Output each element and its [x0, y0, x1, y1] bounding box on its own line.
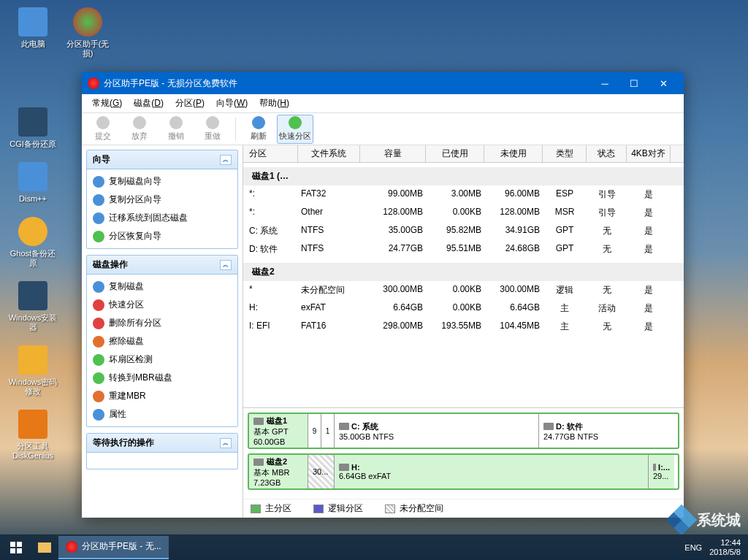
collapse-icon[interactable]: ︽ [220, 155, 232, 165]
disk-header[interactable]: 磁盘2 [243, 263, 684, 281]
col-header-2[interactable]: 容量 [360, 145, 426, 162]
panel-item-复制磁盘向导[interactable]: 复制磁盘向导 [88, 172, 236, 191]
disk-map-partition[interactable]: I:...29... [648, 455, 674, 488]
action-icon [93, 318, 104, 329]
collapse-icon[interactable]: ︽ [220, 260, 232, 270]
toolbar-放弃: 放弃 [121, 115, 158, 144]
desktop-icon-dism[interactable]: Dism++ [7, 162, 58, 204]
system-tray: ENG 12:44 2018/5/8 [677, 538, 748, 557]
action-icon [93, 231, 104, 242]
action-icon [93, 409, 104, 421]
diskgenius-icon [18, 410, 47, 439]
panel-item-删除所有分区[interactable]: 删除所有分区 [88, 314, 236, 332]
disk-map-area: 磁盘1基本 GPT60.00GB91C: 系统35.00GB NTFSD: 软件… [243, 407, 684, 499]
panel-item-复制分区向导[interactable]: 复制分区向导 [88, 191, 236, 209]
panel-item-转换到MBR磁盘[interactable]: 转换到MBR磁盘 [88, 369, 236, 387]
快速分区-icon [289, 116, 302, 129]
desktop-icon-wininstall[interactable]: Windows安装器 [7, 281, 58, 332]
minimize-button[interactable]: ─ [590, 72, 619, 94]
partition-row[interactable]: *:FAT3299.00MB3.00MB96.00MBESP引导是 [243, 185, 684, 204]
col-header-4[interactable]: 未使用 [484, 145, 543, 162]
menu-p[interactable]: 分区(P) [169, 95, 210, 112]
partition-row[interactable]: D: 软件NTFS24.77GB95.51MB24.68GBGPT无是 [243, 240, 684, 258]
partition-row[interactable]: *未分配空间300.00MB0.00KB300.00MB逻辑无是 [243, 281, 684, 299]
taskbar-explorer[interactable] [32, 534, 57, 560]
tray-ime[interactable]: ENG [684, 543, 702, 552]
panel-diskops: 磁盘操作 ︽ 复制磁盘快速分区删除所有分区擦除磁盘坏扇区检测转换到MBR磁盘重建… [86, 255, 238, 427]
partition-row[interactable]: H:exFAT6.64GB0.00KB6.64GB主活动是 [243, 299, 684, 318]
col-header-3[interactable]: 已使用 [426, 145, 484, 162]
taskbar-app-task[interactable]: 分区助手PE版 - 无... [58, 536, 169, 559]
menu-d[interactable]: 磁盘(D) [128, 95, 169, 112]
panel-item-重建MBR[interactable]: 重建MBR [88, 387, 236, 405]
disk-icon [253, 418, 264, 425]
menu-bar: 常规(G)磁盘(D)分区(P)向导(W)帮助(H) [82, 94, 684, 113]
desktop-icon-winpwd[interactable]: Windows密码修改 [7, 345, 58, 396]
start-button[interactable] [0, 534, 32, 560]
panel-item-属性[interactable]: 属性 [88, 405, 236, 423]
desktop-icon-cgi[interactable]: CGI备份还原 [7, 107, 58, 149]
disk-map-2[interactable]: 磁盘2基本 MBR7.23GB30...H:6.64GB exFATI:...2… [248, 453, 679, 490]
panel-diskops-header[interactable]: 磁盘操作 ︽ [87, 256, 237, 275]
disk-icon [253, 459, 264, 466]
menu-w[interactable]: 向导(W) [210, 95, 253, 112]
app-window: 分区助手PE版 - 无损分区免费软件 ─ ☐ ✕ 常规(G)磁盘(D)分区(P)… [82, 72, 684, 518]
panel-wizard-header[interactable]: 向导 ︽ [87, 150, 237, 169]
disk-map-partition[interactable]: 30... [308, 455, 334, 488]
disk-map-partition[interactable]: H:6.64GB exFAT [334, 455, 648, 488]
panel-item-分区恢复向导[interactable]: 分区恢复向导 [88, 227, 236, 245]
panel-pending-header[interactable]: 等待执行的操作 ︽ [87, 434, 237, 453]
desktop-icons-col1: 此电脑 CGI备份还原 Dism++ Ghost备份还原 Windows安装器 … [7, 7, 88, 474]
panel-item-复制磁盘[interactable]: 复制磁盘 [88, 277, 236, 296]
desktop-icon-thispc[interactable]: 此电脑 [7, 7, 58, 49]
disk-header[interactable]: 磁盘1 (… [243, 167, 684, 185]
tray-clock[interactable]: 12:44 2018/5/8 [709, 538, 741, 557]
desktop-icons-col2: 分区助手(无损) [62, 7, 121, 72]
disk-map-partition[interactable]: 1 [321, 414, 334, 448]
col-header-5[interactable]: 类型 [543, 145, 587, 162]
disk-map-partition[interactable]: C: 系统35.00GB NTFS [334, 414, 538, 448]
partition-icon [543, 423, 554, 430]
disk-map-label: 磁盘2基本 MBR7.23GB [249, 455, 308, 488]
collapse-icon[interactable]: ︽ [220, 438, 232, 448]
action-icon [93, 176, 104, 188]
menu-g[interactable]: 常规(G) [86, 95, 128, 112]
disk-map-1[interactable]: 磁盘1基本 GPT60.00GB91C: 系统35.00GB NTFSD: 软件… [248, 413, 679, 449]
toolbar-快速分区[interactable]: 快速分区 [277, 115, 313, 144]
partition-row[interactable]: C: 系统NTFS35.00GB95.82MB34.91GBGPT无是 [243, 222, 684, 240]
panel-item-迁移系统到固态磁盘[interactable]: 迁移系统到固态磁盘 [88, 209, 236, 227]
close-button[interactable]: ✕ [649, 72, 678, 94]
col-header-6[interactable]: 状态 [587, 145, 627, 162]
desktop-icon-ghost[interactable]: Ghost备份还原 [7, 217, 58, 268]
提交-icon [96, 116, 110, 129]
maximize-button[interactable]: ☐ [619, 72, 649, 94]
desktop-icon-partassist[interactable]: 分区助手(无损) [62, 7, 113, 58]
partition-row[interactable]: *:Other128.00MB0.00KB128.00MBMSR引导是 [243, 204, 684, 222]
windows-logo-icon [10, 542, 22, 553]
title-bar[interactable]: 分区助手PE版 - 无损分区免费软件 ─ ☐ ✕ [82, 72, 684, 94]
legend-item: 未分配空间 [385, 502, 443, 515]
action-icon [93, 372, 104, 384]
disk-map-partition[interactable]: D: 软件24.77GB NTFS [538, 414, 674, 448]
toolbar-刷新[interactable]: 刷新 [240, 115, 277, 144]
col-header-0[interactable]: 分区 [243, 145, 298, 162]
disk-map-label: 磁盘1基本 GPT60.00GB [249, 414, 308, 448]
partition-row[interactable]: I: EFIFAT16298.00MB193.55MB104.45MB主无是 [243, 318, 684, 336]
key-icon [18, 345, 47, 375]
toolbar-提交: 提交 [85, 115, 121, 144]
toolbar-重做: 重做 [194, 115, 231, 144]
action-icon [93, 336, 104, 348]
partassist-icon [73, 7, 102, 37]
action-icon [93, 212, 104, 224]
menu-h[interactable]: 帮助(H) [253, 95, 295, 112]
desktop-icon-diskgenius[interactable]: 分区工具DiskGenius [7, 410, 58, 461]
panel-item-擦除磁盘[interactable]: 擦除磁盘 [88, 332, 236, 350]
table-header: 分区文件系统容量已使用未使用类型状态4KB对齐 [243, 145, 684, 163]
partition-icon [339, 423, 349, 430]
panel-item-坏扇区检测[interactable]: 坏扇区检测 [88, 350, 236, 369]
col-header-7[interactable]: 4KB对齐 [627, 145, 671, 162]
legend-swatch [251, 505, 261, 513]
col-header-1[interactable]: 文件系统 [298, 145, 360, 162]
disk-map-partition[interactable]: 9 [308, 414, 321, 448]
panel-item-快速分区[interactable]: 快速分区 [88, 296, 236, 314]
